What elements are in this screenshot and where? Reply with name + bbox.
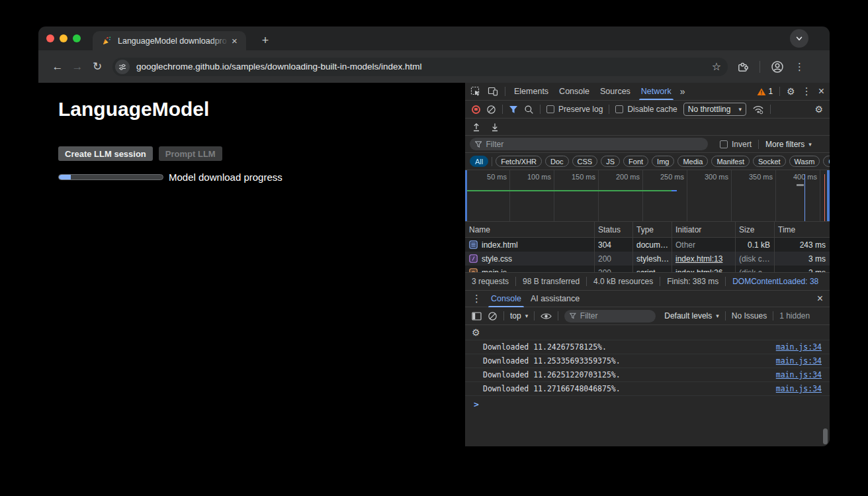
record-network-log-button[interactable] xyxy=(472,105,480,114)
tick-label: 350 ms xyxy=(736,173,773,181)
col-name[interactable]: Name xyxy=(465,225,594,234)
more-filters-button[interactable]: More filters ▾ xyxy=(765,140,812,149)
tab-sources[interactable]: Sources xyxy=(598,83,632,100)
domcontentloaded-time[interactable]: DOMContentLoaded: 38 xyxy=(732,277,818,286)
import-har-icon[interactable] xyxy=(472,123,481,132)
chip-fetch-xhr[interactable]: Fetch/XHR xyxy=(496,156,542,167)
device-toolbar-icon[interactable] xyxy=(488,86,498,97)
overview-right-handle[interactable] xyxy=(827,170,830,221)
tab-console[interactable]: Console xyxy=(557,83,591,100)
devtools-close-icon[interactable]: × xyxy=(818,85,824,97)
throttling-select[interactable]: No throttling ▾ xyxy=(683,103,746,116)
drawer-tab-console[interactable]: Console xyxy=(491,291,521,307)
chip-js[interactable]: JS xyxy=(601,156,620,167)
back-button[interactable]: ← xyxy=(48,60,67,74)
live-expression-eye-icon[interactable] xyxy=(541,312,552,321)
overview-left-handle[interactable] xyxy=(465,170,467,221)
network-filter-field[interactable] xyxy=(470,138,708,150)
close-window-button[interactable] xyxy=(46,34,54,42)
no-issues-label[interactable]: No Issues xyxy=(732,311,767,321)
issues-counter[interactable]: 1 xyxy=(757,87,773,96)
site-settings-badge[interactable] xyxy=(115,60,130,74)
initiator-link[interactable]: index.html:13 xyxy=(675,254,722,264)
col-status[interactable]: Status xyxy=(594,225,632,234)
table-row[interactable]: style.css 200 stylesh… index.html:13 (di… xyxy=(465,252,830,266)
party-popper-favicon xyxy=(102,36,112,46)
gridline xyxy=(509,170,510,221)
filter-funnel-icon[interactable] xyxy=(509,105,518,114)
table-row[interactable]: index.html 304 docum… Other 0.1 kB 243 m… xyxy=(465,238,830,252)
tick-label: 100 ms xyxy=(514,173,551,181)
source-link[interactable]: main.js:34 xyxy=(776,342,822,352)
clear-network-log-icon[interactable] xyxy=(486,105,496,115)
drawer-menu-kebab-icon[interactable]: ⋮ xyxy=(472,293,482,305)
console-settings-gear-icon[interactable]: ⚙ xyxy=(472,327,480,338)
chevron-down-icon xyxy=(795,34,804,43)
network-settings-gear-icon[interactable]: ⚙ xyxy=(814,104,823,115)
reload-button[interactable]: ↻ xyxy=(87,60,107,74)
tab-search-button[interactable] xyxy=(790,29,808,48)
zoom-window-button[interactable] xyxy=(73,34,81,42)
tab-network[interactable]: Network xyxy=(639,83,673,100)
chip-other[interactable]: Other xyxy=(823,156,830,167)
browser-tab[interactable]: LanguageModel downloadpro × xyxy=(93,31,246,50)
tab-close-icon[interactable]: × xyxy=(232,36,238,46)
new-tab-button[interactable]: + xyxy=(257,32,274,49)
tab-elements[interactable]: Elements xyxy=(512,83,550,100)
chip-css[interactable]: CSS xyxy=(572,156,598,167)
context-selector[interactable]: top ▾ xyxy=(510,311,528,321)
network-filter-input[interactable] xyxy=(486,140,703,149)
forward-button[interactable]: → xyxy=(67,60,87,74)
col-time[interactable]: Time xyxy=(774,225,830,234)
document-file-icon xyxy=(469,240,478,249)
bookmark-star-icon[interactable]: ☆ xyxy=(712,60,721,73)
clear-console-icon[interactable] xyxy=(488,311,498,321)
source-link[interactable]: main.js:34 xyxy=(776,370,822,379)
export-har-icon[interactable] xyxy=(490,123,499,132)
search-icon[interactable] xyxy=(524,105,534,115)
preserve-log-checkbox[interactable]: Preserve log xyxy=(546,105,603,114)
minimize-window-button[interactable] xyxy=(60,34,67,42)
chip-manifest[interactable]: Manifest xyxy=(711,156,750,167)
chip-socket[interactable]: Socket xyxy=(753,156,786,167)
chip-media[interactable]: Media xyxy=(677,156,708,167)
more-tabs-icon[interactable]: » xyxy=(680,86,685,97)
inspect-element-icon[interactable] xyxy=(470,86,481,97)
console-filter-field[interactable] xyxy=(564,310,656,322)
col-type[interactable]: Type xyxy=(632,225,672,234)
chip-font[interactable]: Font xyxy=(623,156,648,167)
browser-menu-kebab-icon[interactable]: ⋮ xyxy=(795,61,804,73)
source-link[interactable]: main.js:34 xyxy=(776,356,822,366)
table-row[interactable]: main.js 200 script index.html:26 (disk c… xyxy=(465,266,830,272)
extensions-puzzle-icon[interactable] xyxy=(737,61,749,73)
profile-avatar-icon[interactable] xyxy=(771,60,784,74)
invert-label: Invert xyxy=(732,140,752,149)
chip-all[interactable]: All xyxy=(470,156,488,167)
drawer-tab-ai-assistance[interactable]: AI assistance xyxy=(531,291,580,307)
settings-gear-icon[interactable]: ⚙ xyxy=(787,86,795,97)
chip-doc[interactable]: Doc xyxy=(545,156,569,167)
log-levels-select[interactable]: Default levels ▾ xyxy=(664,311,719,321)
create-llm-session-button[interactable]: Create LLM session xyxy=(58,146,153,161)
console-prompt-chevron[interactable]: > xyxy=(474,399,479,409)
chip-wasm[interactable]: Wasm xyxy=(789,156,820,167)
devtools-menu-kebab-icon[interactable]: ⋮ xyxy=(802,85,812,97)
console-sidebar-icon[interactable] xyxy=(472,312,482,321)
col-size[interactable]: Size xyxy=(735,225,774,234)
console-filter-input[interactable] xyxy=(580,311,650,321)
disable-cache-checkbox[interactable]: Disable cache xyxy=(615,105,677,114)
console-prompt-area[interactable]: > xyxy=(465,396,830,446)
requests-table-header[interactable]: Name Status Type Initiator Size Time xyxy=(465,222,830,238)
chip-img[interactable]: Img xyxy=(652,156,674,167)
invert-checkbox[interactable]: Invert xyxy=(720,140,752,149)
url-text[interactable]: googlechrome.github.io/samples/downloadi… xyxy=(136,62,712,72)
address-bar[interactable]: googlechrome.github.io/samples/downloadi… xyxy=(112,58,728,76)
initiator-link[interactable]: index.html:26 xyxy=(675,268,722,273)
source-link[interactable]: main.js:34 xyxy=(776,384,822,393)
col-initiator[interactable]: Initiator xyxy=(672,225,735,234)
drawer-close-icon[interactable]: × xyxy=(817,293,823,305)
network-conditions-icon[interactable] xyxy=(752,105,764,115)
console-scrollbar-thumb[interactable] xyxy=(823,428,828,444)
hidden-messages-label[interactable]: 1 hidden xyxy=(779,311,810,321)
network-overview-timeline[interactable]: 50 ms 100 ms 150 ms 200 ms 250 ms 300 ms… xyxy=(465,170,830,222)
